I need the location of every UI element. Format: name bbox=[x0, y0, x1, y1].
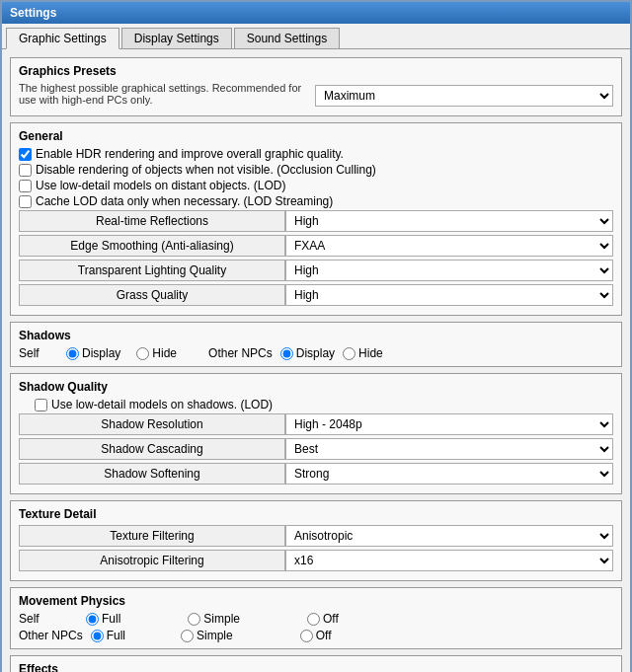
shadows-self-hide-radio[interactable] bbox=[136, 347, 149, 360]
antialiasing-row: Edge Smoothing (Anti-aliasing) FXAASMAAT… bbox=[19, 235, 613, 257]
texture-filtering-label: Texture Filtering bbox=[19, 525, 285, 547]
checkbox-occlusion-label: Disable rendering of objects when not vi… bbox=[36, 163, 376, 177]
texture-detail-section: Texture Detail Texture Filtering Anisotr… bbox=[10, 500, 622, 581]
movement-self-off-radio[interactable] bbox=[307, 613, 320, 626]
shadow-cascading-label: Shadow Cascading bbox=[19, 438, 285, 460]
shadows-self-label: Self bbox=[19, 346, 50, 360]
shadow-softening-row: Shadow Softening StrongMediumWeakOff bbox=[19, 463, 613, 485]
shadow-cascading-row: Shadow Cascading BestHighMediumLow bbox=[19, 438, 613, 460]
shadows-other-hide-radio[interactable] bbox=[343, 347, 356, 360]
shadow-quality-section: Shadow Quality Use low-detail models on … bbox=[10, 373, 622, 494]
shadow-softening-select[interactable]: StrongMediumWeakOff bbox=[285, 463, 613, 485]
shadows-label: Shadows bbox=[19, 329, 613, 342]
checkbox-lod: Use low-detail models on distant objects… bbox=[19, 179, 613, 192]
movement-self-simple-radio[interactable] bbox=[188, 613, 200, 626]
transparent-lighting-select[interactable]: HighMediumLow bbox=[285, 260, 613, 281]
title-bar: Settings bbox=[2, 2, 630, 24]
anisotropic-filtering-select[interactable]: x16x8x4x2x1 bbox=[285, 550, 613, 571]
movement-self-simple: Simple bbox=[188, 612, 240, 626]
movement-self-row: Self Full Simple Off bbox=[19, 612, 613, 626]
shadows-other-display: Display bbox=[280, 346, 335, 360]
shadow-resolution-label: Shadow Resolution bbox=[19, 413, 285, 435]
shadows-section: Shadows Self Display Hide Other NPCs Dis… bbox=[10, 322, 622, 367]
movement-other-row: Other NPCs Full Simple Off bbox=[19, 629, 613, 642]
shadows-self-hide: Hide bbox=[136, 346, 177, 360]
general-section: General Enable HDR rendering and improve… bbox=[10, 122, 622, 316]
grass-quality-select[interactable]: HighMediumLowOff bbox=[285, 284, 613, 306]
graphics-presets-select[interactable]: Maximum High Medium Low bbox=[315, 85, 613, 107]
shadow-softening-label: Shadow Softening bbox=[19, 463, 285, 485]
shadows-other-display-radio[interactable] bbox=[280, 347, 293, 360]
movement-self-full-radio[interactable] bbox=[86, 613, 99, 626]
shadow-lod-row: Use low-detail models on shadows. (LOD) bbox=[19, 398, 613, 411]
effects-label: Effects bbox=[19, 662, 613, 672]
shadow-lod-checkbox[interactable] bbox=[35, 399, 47, 411]
checkbox-hdr-label: Enable HDR rendering and improve overall… bbox=[36, 147, 344, 161]
movement-other-full: Full bbox=[91, 629, 125, 642]
realtime-reflections-label: Real-time Reflections bbox=[19, 210, 285, 232]
shadows-other-hide: Hide bbox=[343, 346, 383, 360]
tab-graphic-settings[interactable]: Graphic Settings bbox=[6, 28, 119, 49]
transparent-lighting-row: Transparent Lighting Quality HighMediumL… bbox=[19, 260, 613, 281]
texture-detail-label: Texture Detail bbox=[19, 507, 613, 521]
tab-bar: Graphic Settings Display Settings Sound … bbox=[2, 24, 630, 49]
grass-quality-label: Grass Quality bbox=[19, 284, 285, 306]
checkbox-hdr: Enable HDR rendering and improve overall… bbox=[19, 147, 613, 161]
checkbox-occlusion: Disable rendering of objects when not vi… bbox=[19, 163, 613, 177]
checkbox-lod-streaming: Cache LOD data only when necessary. (LOD… bbox=[19, 194, 613, 208]
movement-self-label: Self bbox=[19, 612, 78, 626]
anisotropic-filtering-row: Anisotropic Filtering x16x8x4x2x1 bbox=[19, 550, 613, 571]
movement-other-label: Other NPCs bbox=[19, 629, 83, 642]
movement-other-simple: Simple bbox=[181, 629, 233, 642]
tab-sound-settings[interactable]: Sound Settings bbox=[234, 28, 340, 48]
graphics-presets-desc: The highest possible graphical settings.… bbox=[19, 82, 307, 106]
movement-other-off: Off bbox=[300, 629, 332, 642]
movement-other-simple-radio[interactable] bbox=[181, 630, 194, 642]
realtime-reflections-row: Real-time Reflections HighMediumLowOff bbox=[19, 210, 613, 232]
checkbox-lod-streaming-input[interactable] bbox=[19, 195, 32, 208]
shadows-row: Self Display Hide Other NPCs Display bbox=[19, 346, 613, 360]
graphics-presets-label: Graphics Presets bbox=[19, 64, 613, 78]
checkbox-lod-input[interactable] bbox=[19, 180, 32, 192]
checkbox-hdr-input[interactable] bbox=[19, 148, 32, 161]
movement-physics-section: Movement Physics Self Full Simple Off Ot… bbox=[10, 587, 622, 649]
checkbox-lod-label: Use low-detail models on distant objects… bbox=[36, 179, 285, 192]
realtime-reflections-select[interactable]: HighMediumLowOff bbox=[285, 210, 613, 232]
shadow-lod-label: Use low-detail models on shadows. (LOD) bbox=[51, 398, 273, 411]
texture-filtering-row: Texture Filtering AnisotropicTrilinearBi… bbox=[19, 525, 613, 547]
texture-filtering-select[interactable]: AnisotropicTrilinearBilinear bbox=[285, 525, 613, 547]
movement-self-full: Full bbox=[86, 612, 120, 626]
anisotropic-filtering-label: Anisotropic Filtering bbox=[19, 550, 285, 571]
graphics-presets-section: Graphics Presets The highest possible gr… bbox=[10, 57, 622, 116]
transparent-lighting-label: Transparent Lighting Quality bbox=[19, 260, 285, 281]
shadow-quality-label: Shadow Quality bbox=[19, 380, 613, 394]
antialiasing-select[interactable]: FXAASMAATAAOff bbox=[285, 235, 613, 257]
movement-other-full-radio[interactable] bbox=[91, 630, 104, 642]
shadows-other-label: Other NPCs bbox=[208, 346, 273, 360]
movement-physics-label: Movement Physics bbox=[19, 594, 613, 608]
graphic-settings-content: Graphics Presets The highest possible gr… bbox=[2, 49, 630, 672]
settings-window: Settings Graphic Settings Display Settin… bbox=[0, 0, 632, 672]
shadow-cascading-select[interactable]: BestHighMediumLow bbox=[285, 438, 613, 460]
checkbox-occlusion-input[interactable] bbox=[19, 164, 32, 177]
effects-section: Effects Naturally darken the edges of th… bbox=[10, 655, 622, 672]
shadow-resolution-select[interactable]: High - 2048pMedium - 1024pLow - 512p bbox=[285, 413, 613, 435]
checkbox-lod-streaming-label: Cache LOD data only when necessary. (LOD… bbox=[36, 194, 333, 208]
window-title: Settings bbox=[10, 6, 56, 20]
antialiasing-label: Edge Smoothing (Anti-aliasing) bbox=[19, 235, 285, 257]
tab-display-settings[interactable]: Display Settings bbox=[121, 28, 232, 48]
movement-other-off-radio[interactable] bbox=[300, 630, 313, 642]
shadows-self-display-radio[interactable] bbox=[66, 347, 79, 360]
shadows-self-display: Display bbox=[66, 346, 120, 360]
movement-self-off: Off bbox=[307, 612, 339, 626]
grass-quality-row: Grass Quality HighMediumLowOff bbox=[19, 284, 613, 306]
shadow-resolution-row: Shadow Resolution High - 2048pMedium - 1… bbox=[19, 413, 613, 435]
general-label: General bbox=[19, 129, 613, 143]
